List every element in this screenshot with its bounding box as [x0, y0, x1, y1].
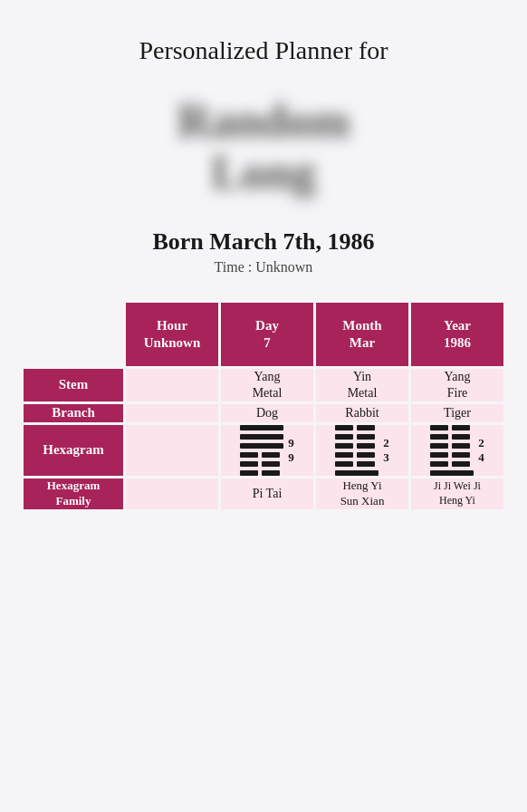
stem-day: YangMetal — [221, 369, 313, 401]
header-year: Year1986 — [411, 303, 503, 366]
born-date: Born March 7th, 1986 — [152, 228, 374, 256]
hexfam-day: Pi Tai — [221, 478, 313, 509]
hexagram-day: 99 — [221, 425, 313, 476]
born-time: Time : Unknown — [152, 259, 374, 276]
stem-month: YinMetal — [316, 369, 408, 401]
born-info: Born March 7th, 1986 Time : Unknown — [152, 228, 374, 276]
hexfam-label: HexagramFamily — [24, 478, 123, 509]
branch-label: Branch — [24, 404, 123, 422]
hexfam-hour — [126, 478, 218, 509]
name-image: RandomLong — [146, 74, 381, 219]
branch-day: Dog — [221, 404, 313, 422]
hexagram-year: 24 — [411, 425, 503, 476]
page-title: Personalized Planner for — [139, 36, 388, 65]
header-month: MonthMar — [316, 303, 408, 366]
header-hour: HourUnknown — [126, 303, 218, 366]
stem-year: YangFire — [411, 369, 503, 401]
hexagram-month: 23 — [316, 425, 408, 476]
hexfam-year: Ji Ji Wei JiHeng Yi — [411, 478, 503, 509]
bazi-table: HourUnknown Day7 MonthMar Year1986 Stem … — [24, 303, 503, 509]
hexagram-label: Hexagram — [24, 425, 123, 476]
header-day: Day7 — [221, 303, 313, 366]
branch-year: Tiger — [411, 404, 503, 422]
hexagram-hour — [126, 425, 218, 476]
stem-hour — [126, 369, 218, 401]
stem-label: Stem — [24, 369, 123, 401]
branch-month: Rabbit — [316, 404, 408, 422]
name-blurred: RandomLong — [177, 95, 350, 198]
hexfam-month: Heng YiSun Xian — [316, 478, 408, 509]
branch-hour — [126, 404, 218, 422]
header-empty — [24, 303, 123, 366]
